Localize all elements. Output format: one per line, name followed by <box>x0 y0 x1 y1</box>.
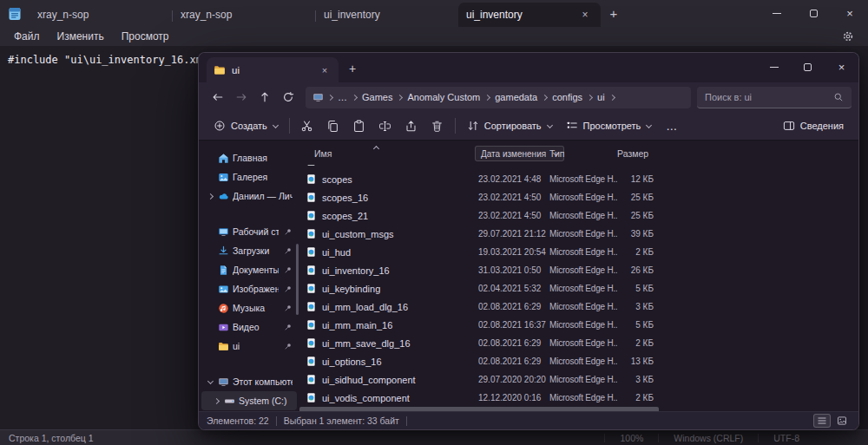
notepad-tab-1[interactable]: xray_n-sop <box>30 3 172 27</box>
file-row-ui_keybinding[interactable]: ui_keybinding02.04.2021 5:32Microsoft Ed… <box>299 279 659 298</box>
arrow-up-icon <box>259 91 271 103</box>
sidebar-item-pictures[interactable]: Изображени <box>201 279 297 298</box>
file-row-scopes_21[interactable]: scopes_2123.02.2021 4:50Microsoft Edge H… <box>299 206 659 225</box>
maximize-button[interactable] <box>795 0 832 27</box>
notepad-tab-bar: xray_n-sopxray_n-sopui_inventoryui_inven… <box>30 0 601 27</box>
explorer-statusbar: Элементов: 22 Выбран 1 элемент: 33 байт <box>199 411 858 429</box>
sidebar-item-desktop[interactable]: Рабочий сто <box>201 222 297 241</box>
maximize-icon <box>810 10 818 17</box>
breadcrumb-separator-icon <box>327 94 333 100</box>
file-row-ui_inventory_16[interactable]: ui_inventory_1631.03.2021 0:50Microsoft … <box>299 261 659 279</box>
menu-edit[interactable]: Изменить <box>49 29 113 44</box>
edge-html-file-icon <box>306 173 317 185</box>
sidebar-scrollbar[interactable] <box>296 244 299 315</box>
file-row-ui_options_16[interactable]: ui_options_1602.08.2021 6:29Microsoft Ed… <box>299 352 659 370</box>
file-row-ui_inventory[interactable]: ui_inventory03.11.2023 19:57Microsoft Ed… <box>299 407 659 411</box>
file-row-ui_sidhud_component[interactable]: ui_sidhud_component29.07.2020 20:20Micro… <box>299 370 659 389</box>
cut-icon <box>300 120 313 133</box>
sidebar-item-videos[interactable]: Видео <box>201 317 297 337</box>
sidebar-item-label: Видео <box>233 322 279 332</box>
file-row-ui_mm_save_dlg_16[interactable]: ui_mm_save_dlg_1602.08.2021 6:29Microsof… <box>299 334 659 352</box>
share-button[interactable] <box>398 115 424 137</box>
file-size: 3 КБ <box>617 302 659 311</box>
file-type: Microsoft Edge H... <box>549 338 617 348</box>
sidebar-item-gallery[interactable]: Галерея <box>201 167 297 187</box>
maximize-button[interactable] <box>791 53 825 82</box>
back-button[interactable] <box>206 86 229 108</box>
sidebar-item-label: Рабочий сто <box>233 226 279 237</box>
settings-gear-icon[interactable] <box>842 30 854 43</box>
tab-close-icon[interactable]: × <box>577 7 593 23</box>
column-header-name[interactable]: Имя <box>314 148 332 159</box>
sidebar-item-home[interactable]: Главная <box>201 148 297 167</box>
forward-button[interactable] <box>229 86 253 108</box>
close-button[interactable]: × <box>832 0 868 27</box>
videos-icon <box>218 322 229 333</box>
paste-icon <box>352 120 365 133</box>
file-row-scopes_16[interactable]: scopes_1623.02.2021 4:50Microsoft Edge H… <box>299 188 659 206</box>
toolbar-separator <box>455 118 456 134</box>
view-toggles <box>813 414 851 428</box>
sort-button[interactable]: Сортировать <box>460 115 559 137</box>
notepad-tab-3[interactable]: ui_inventory <box>316 3 458 27</box>
details-view-button[interactable] <box>813 414 831 428</box>
view-button[interactable]: Просмотреть <box>559 115 659 137</box>
breadcrumb-item[interactable]: … <box>334 90 351 104</box>
column-header-type[interactable]: Тип <box>549 148 565 159</box>
breadcrumb-item[interactable]: Anomaly Custom <box>404 90 483 104</box>
menu-file[interactable]: Файл <box>5 29 49 44</box>
explorer-new-tab-button[interactable]: + <box>342 58 363 79</box>
breadcrumb-item[interactable]: gamedata <box>491 90 541 104</box>
search-input[interactable]: Поиск в: ui <box>697 87 852 108</box>
new-button[interactable]: Создать <box>207 115 285 137</box>
up-button[interactable] <box>253 86 276 108</box>
details-pane-button[interactable]: Сведения <box>776 115 851 137</box>
column-header-size[interactable]: Размер <box>617 148 648 159</box>
file-list: scopes23.02.2021 4:48Microsoft Edge H...… <box>299 165 858 411</box>
downloads-icon <box>218 245 229 257</box>
refresh-button[interactable] <box>276 86 299 108</box>
file-row-ui_mm_main_16[interactable]: ui_mm_main_1602.08.2021 16:37Microsoft E… <box>299 316 659 334</box>
sidebar-item-onedrive[interactable]: Даниил — Личн <box>201 187 297 206</box>
breadcrumb-item[interactable]: ui <box>594 90 608 104</box>
minimize-button[interactable] <box>759 0 795 27</box>
file-row-ui_custom_msgs[interactable]: ui_custom_msgs29.07.2021 21:12Microsoft … <box>299 225 659 243</box>
delete-button[interactable] <box>424 115 450 137</box>
thumbnails-view-button[interactable] <box>833 414 851 428</box>
more-button[interactable]: … <box>658 115 686 137</box>
close-button[interactable]: × <box>825 53 858 82</box>
sidebar-item-ui-folder[interactable]: ui <box>201 337 297 356</box>
delete-icon <box>431 120 444 133</box>
sidebar-item-documents[interactable]: Документы <box>201 260 297 279</box>
file-row-ui_vodis_component[interactable]: ui_vodis_component12.12.2020 0:16Microso… <box>299 389 659 407</box>
address-bar[interactable]: …GamesAnomaly Customgamedataconfigsui <box>306 87 691 108</box>
notepad-new-tab-button[interactable]: + <box>601 0 627 27</box>
tab-close-icon[interactable]: × <box>318 63 332 77</box>
file-row-ui_hud[interactable]: ui_hud19.03.2021 20:54Microsoft Edge H..… <box>299 243 659 261</box>
breadcrumb-item[interactable]: configs <box>549 90 586 104</box>
breadcrumb-item[interactable]: Games <box>358 90 396 104</box>
sidebar-item-music[interactable]: Музыка <box>201 298 297 317</box>
rename-button[interactable] <box>372 115 398 137</box>
notepad-tab-2[interactable]: xray_n-sop <box>173 3 315 27</box>
sidebar-item-downloads[interactable]: Загрузки <box>201 241 297 260</box>
navigation-pane: ГлавнаяГалереяДаниил — ЛичнРабочий стоЗа… <box>199 141 299 411</box>
copy-icon <box>326 120 339 133</box>
copy-button[interactable] <box>320 115 346 137</box>
explorer-tab-ui[interactable]: ui × <box>207 57 339 82</box>
cut-button[interactable] <box>294 115 320 137</box>
notepad-tab-4[interactable]: ui_inventory× <box>458 3 601 27</box>
notepad-menu: ФайлИзменитьПросмотр <box>5 29 177 44</box>
minimize-icon <box>770 67 779 68</box>
file-name: ui_inventory_16 <box>322 265 478 276</box>
file-row-scopes[interactable]: scopes23.02.2021 4:48Microsoft Edge H...… <box>299 170 659 188</box>
file-name: scopes <box>322 174 478 185</box>
arrow-right-icon <box>235 91 247 103</box>
sidebar-item-label: Музыка <box>233 303 279 313</box>
file-row-ui_mm_load_dlg_16[interactable]: ui_mm_load_dlg_1602.08.2021 6:29Microsof… <box>299 298 659 316</box>
menu-view[interactable]: Просмотр <box>113 29 178 44</box>
sidebar-item-system-c[interactable]: System (C:) <box>201 391 297 410</box>
sidebar-item-this-pc[interactable]: Этот компьютер <box>201 372 297 391</box>
minimize-button[interactable] <box>757 53 791 82</box>
paste-button[interactable] <box>346 115 372 137</box>
